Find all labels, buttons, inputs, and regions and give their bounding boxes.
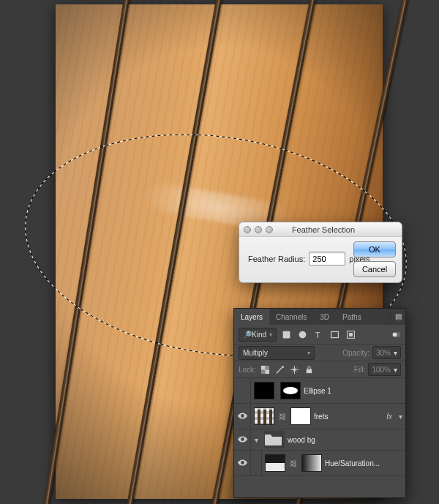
layer-row-ellipse[interactable]: Ellipse 1 [234,378,405,404]
filter-smart-icon[interactable] [344,328,357,341]
svg-text:T: T [315,330,320,339]
adjustment-icon[interactable] [265,454,285,472]
panel-menu-icon[interactable]: ▤ [390,309,405,325]
ok-button[interactable]: OK [353,241,396,257]
layer-name[interactable]: Ellipse 1 [304,387,405,395]
layer-filter-row: 🔎 Kind ▾ T [234,325,405,345]
filter-kind-label: Kind [252,331,266,339]
layer-list: Ellipse 1 ⛓ frets fx ▾ ▾ wood bg [234,378,405,476]
svg-point-9 [392,332,397,336]
folder-disclosure-icon[interactable]: ▾ [251,436,261,444]
tab-paths[interactable]: Paths [336,309,368,325]
lock-all-icon[interactable] [304,364,315,375]
layer-thumbnail[interactable] [254,407,274,425]
panel-tabs: Layers Channels 3D Paths ▤ [234,309,405,325]
visibility-toggle[interactable] [234,404,251,429]
lock-transparency-icon[interactable] [260,364,271,375]
cancel-button[interactable]: Cancel [353,261,396,277]
opacity-value: 30% [376,349,391,357]
svg-rect-2 [282,331,290,338]
group-indent [251,451,262,475]
layer-thumbnail[interactable] [254,382,274,399]
svg-rect-12 [266,369,270,374]
layer-row-woodbg-group[interactable]: ▾ wood bg [234,429,405,451]
svg-point-3 [299,331,306,338]
filter-adjust-icon[interactable] [296,328,309,341]
layer-name[interactable]: wood bg [288,436,405,444]
fill-label: Fill: [354,366,366,374]
fill-value: 100% [372,366,391,374]
filter-pixel-icon[interactable] [279,328,293,341]
opacity-label: Opacity: [342,349,369,357]
link-icon[interactable]: ⛓ [277,413,288,421]
visibility-toggle[interactable] [234,429,251,450]
visibility-toggle[interactable] [234,378,251,403]
lock-label: Lock: [239,366,256,374]
chevron-down-icon: ▾ [307,350,310,356]
visibility-toggle[interactable] [234,451,251,475]
folder-icon [264,431,285,448]
svg-rect-5 [331,331,338,337]
feather-selection-dialog: Feather Selection Feather Radius: pixels… [239,222,402,283]
layer-mask-thumbnail[interactable] [301,454,322,472]
dialog-title: Feather Selection [245,225,402,234]
tab-layers[interactable]: Layers [234,309,269,325]
fill-input[interactable]: 100% ▾ [368,363,401,376]
filter-shape-icon[interactable] [328,328,341,341]
layer-row-frets[interactable]: ⛓ frets fx ▾ [234,404,405,429]
link-icon[interactable]: ⛓ [288,459,299,467]
layer-name[interactable]: frets [314,413,386,421]
fx-badge[interactable]: fx [386,413,392,421]
eye-icon [238,459,247,467]
layer-name[interactable]: Hue/Saturation... [325,459,405,467]
search-icon: 🔎 [243,331,252,339]
svg-rect-7 [349,333,353,336]
filter-toggle-switch[interactable] [391,329,401,339]
workspace: Feather Selection Feather Radius: pixels… [0,0,439,504]
feather-radius-input[interactable] [309,252,345,266]
chevron-down-icon[interactable]: ▾ [395,413,405,421]
lock-position-icon[interactable] [290,364,300,375]
eye-icon [238,436,247,444]
opacity-input[interactable]: 30% ▾ [372,346,401,359]
svg-rect-13 [307,369,312,373]
layer-mask-thumbnail[interactable] [280,382,301,399]
blend-mode-label: Multiply [243,349,268,357]
tab-3d[interactable]: 3D [313,309,336,325]
lock-pixels-icon[interactable] [275,364,285,375]
chevron-down-icon: ▾ [394,349,397,357]
tab-channels[interactable]: Channels [269,309,313,325]
blend-mode-select[interactable]: Multiply ▾ [239,346,315,360]
filter-kind-select[interactable]: 🔎 Kind ▾ [239,328,277,342]
layers-panel: Layers Channels 3D Paths ▤ 🔎 Kind ▾ T Mu… [233,308,406,498]
svg-rect-11 [261,365,266,369]
feather-radius-label: Feather Radius: [248,255,305,263]
layer-row-huesat[interactable]: ⛓ Hue/Saturation... [234,451,405,476]
layer-mask-thumbnail[interactable] [290,407,311,425]
dialog-titlebar[interactable]: Feather Selection [239,222,402,237]
filter-type-icon[interactable]: T [312,328,325,341]
chevron-down-icon: ▾ [269,331,272,338]
chevron-down-icon: ▾ [394,366,397,374]
eye-icon [238,413,247,421]
